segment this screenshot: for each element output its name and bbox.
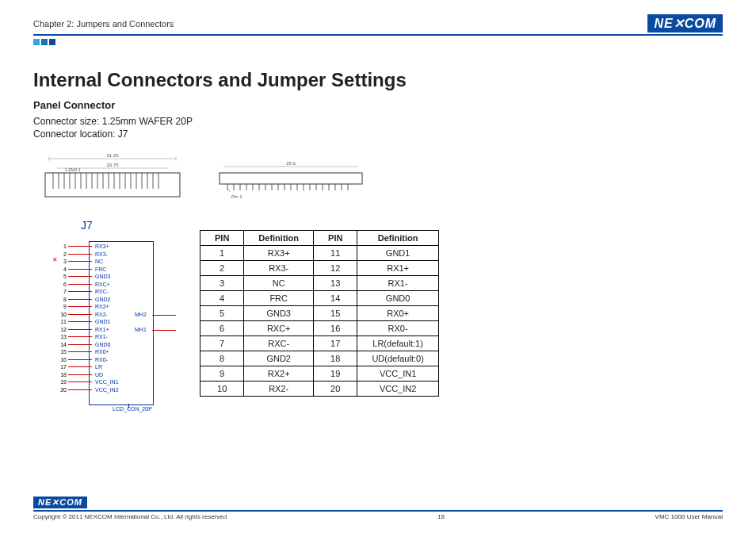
table-header: PIN: [200, 231, 244, 246]
pin-label: RXC+: [95, 282, 110, 287]
nexcom-logo: NE✕COM: [647, 14, 723, 33]
pin-label: GND2: [95, 297, 110, 302]
pin-label: RX2-: [95, 312, 108, 317]
table-cell: RXC-: [244, 336, 314, 351]
svg-rect-6: [45, 173, 180, 197]
table-cell: VCC_IN1: [357, 366, 438, 382]
pin-number: 20: [57, 387, 67, 393]
svg-text:25.6: 25.6: [286, 161, 296, 166]
pin-row: 6RXC+: [33, 281, 168, 289]
pin-row: 12RX1+: [33, 326, 168, 334]
table-header: PIN: [314, 231, 357, 246]
connector-top-view: 31.25 23.75: [33, 151, 192, 206]
table-cell: 8: [200, 351, 244, 366]
pin-label: VCC_IN1: [95, 379, 119, 385]
table-cell: 19: [314, 366, 357, 382]
table-cell: RX0-: [357, 321, 438, 336]
table-cell: 4: [200, 291, 244, 306]
table-cell: 11: [314, 246, 357, 261]
decorative-squares: [33, 39, 723, 45]
table-row: 10RX2-20VCC_IN2: [200, 382, 439, 397]
page-number: 18: [437, 513, 445, 520]
pin-number: 3: [57, 259, 67, 264]
table-cell: GND2: [244, 351, 314, 366]
pin-label: FRC: [95, 266, 106, 272]
pin-number: 4: [57, 266, 67, 272]
table-cell: GND1: [357, 246, 438, 261]
pin-label: NC: [95, 259, 103, 264]
table-row: 6RXC+16RX0-: [200, 321, 439, 336]
pin-label: RX0-: [95, 357, 108, 362]
table-cell: 9: [200, 366, 244, 382]
table-cell: LR(default:1): [357, 336, 438, 351]
nc-x-mark: ✕: [52, 256, 58, 263]
manual-title: VMC 1000 User Manual: [655, 513, 723, 520]
page-footer: NE✕COM Copyright © 2011 NEXCOM Internati…: [33, 494, 723, 520]
table-cell: RX2+: [244, 366, 314, 382]
connector-size: Connector size: 1.25mm WAFER 20P: [33, 116, 723, 127]
pin-row: 8GND2: [33, 296, 168, 304]
pin-number: 1: [57, 243, 67, 249]
pin-number: 18: [57, 372, 67, 378]
connector-location: Connector location: J7: [33, 128, 723, 140]
table-cell: 12: [314, 261, 357, 276]
pin-label: RX3-: [95, 251, 108, 257]
table-cell: 20: [314, 382, 357, 397]
chapter-title: Chapter 2: Jumpers and Connectors: [33, 19, 174, 29]
table-row: 1RX3+11GND1: [200, 246, 439, 261]
table-cell: NC: [244, 276, 314, 291]
pin-number: 12: [57, 327, 67, 332]
table-cell: RX0+: [357, 306, 438, 321]
table-cell: RX1+: [357, 261, 438, 276]
table-row: 9RX2+19VCC_IN1: [200, 366, 439, 382]
pin-row: 17LR: [33, 363, 168, 371]
pin-label: UD: [95, 372, 103, 378]
mechanical-drawings: 31.25 23.75: [33, 151, 723, 206]
table-header: Definition: [244, 231, 314, 246]
header-bar: Chapter 2: Jumpers and Connectors NE✕COM: [33, 14, 723, 36]
pin-row: 20VCC_IN2: [33, 386, 168, 394]
pin-number: 19: [57, 379, 67, 385]
pin-label: RX3+: [95, 243, 109, 249]
table-cell: 18: [314, 351, 357, 366]
pin-row: 3NC✕: [33, 258, 168, 266]
table-cell: 3: [200, 276, 244, 291]
pin-number: 11: [57, 319, 67, 324]
pin-row: 1RX3+: [33, 243, 168, 251]
lcd-con-label: LCD_CON_20P: [113, 406, 152, 412]
pin-label: GND3: [95, 274, 110, 279]
table-row: 2RX3-12RX1+: [200, 261, 439, 276]
pin-label: VCC_IN2: [95, 387, 119, 393]
pin-row: 10RX2-: [33, 311, 168, 319]
pin-label: RX1-: [95, 334, 108, 339]
svg-line-52: [227, 189, 230, 192]
pinout-schematic: J7 MH2 MH1 LCD_CON_20P 1RX3+2RX3-3NC✕4FR…: [33, 219, 168, 416]
pin-row: 5GND3: [33, 273, 168, 281]
pin-row: 4FRC: [33, 266, 168, 274]
pin-row: 13RX1-: [33, 333, 168, 341]
pin-definition-table: PINDefinitionPINDefinition 1RX3+11GND12R…: [200, 230, 439, 397]
table-cell: RX1-: [357, 276, 438, 291]
pin-number: 17: [57, 364, 67, 370]
nexcom-footer-logo: NE✕COM: [33, 497, 87, 508]
table-cell: GND0: [357, 291, 438, 306]
pin-row: 19VCC_IN1: [33, 378, 168, 386]
svg-text:Pin 1: Pin 1: [231, 194, 242, 199]
copyright-text: Copyright © 2011 NEXCOM International Co…: [33, 513, 227, 520]
svg-text:23.75: 23.75: [106, 163, 119, 167]
table-cell: 1: [200, 246, 244, 261]
pin-row: 14GND0: [33, 341, 168, 349]
connector-designator: J7: [81, 219, 168, 232]
pin-row: 16RX0-: [33, 356, 168, 364]
pin-label: RX1+: [95, 327, 109, 332]
table-cell: FRC: [244, 291, 314, 306]
connector-side-view: 25.6: [208, 151, 374, 206]
pin-number: 10: [57, 312, 67, 317]
pin-label: RXC-: [95, 289, 109, 294]
pin-number: 5: [57, 274, 67, 279]
table-cell: 15: [314, 306, 357, 321]
table-cell: 16: [314, 321, 357, 336]
table-header: Definition: [357, 231, 438, 246]
table-cell: 14: [314, 291, 357, 306]
pin-number: 6: [57, 282, 67, 287]
